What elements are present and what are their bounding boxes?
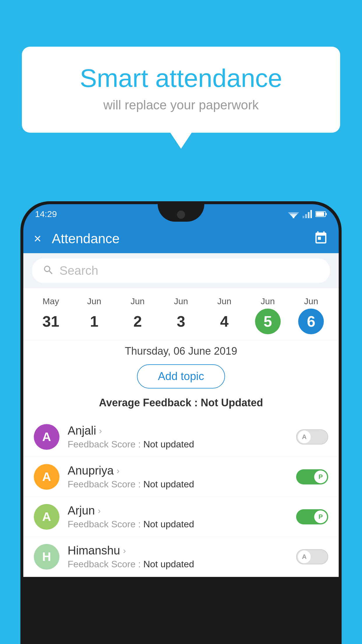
student-info: Anjali ›Feedback Score : Not updated xyxy=(68,424,288,450)
attendance-toggle[interactable]: P xyxy=(296,469,328,484)
status-icons xyxy=(288,210,327,218)
battery-icon xyxy=(315,211,327,217)
student-info: Himanshu ›Feedback Score : Not updated xyxy=(68,544,288,570)
student-list: AAnjali ›Feedback Score : Not updatedAAA… xyxy=(23,417,339,577)
average-feedback: Average Feedback : Not Updated xyxy=(23,397,339,417)
cal-date-number[interactable]: 6 xyxy=(298,309,324,334)
attendance-toggle[interactable]: A xyxy=(296,549,328,564)
cal-date-number[interactable]: 31 xyxy=(38,309,64,334)
cal-month-label: Jun xyxy=(217,296,231,306)
calendar-day[interactable]: Jun3 xyxy=(164,296,198,334)
student-name: Arjun › xyxy=(68,504,288,517)
close-button[interactable]: × xyxy=(34,231,41,246)
cal-date-number[interactable]: 3 xyxy=(168,309,194,334)
chevron-icon: › xyxy=(117,466,120,476)
svg-rect-10 xyxy=(316,212,324,216)
svg-rect-4 xyxy=(303,216,304,218)
student-item[interactable]: AAnupriya ›Feedback Score : Not updatedP xyxy=(23,457,339,497)
student-info: Anupriya ›Feedback Score : Not updated xyxy=(68,464,288,490)
calendar-day[interactable]: Jun4 xyxy=(207,296,242,334)
calendar-day[interactable]: Jun5 xyxy=(250,296,285,334)
cal-month-label: Jun xyxy=(261,296,275,306)
search-container: Search xyxy=(23,253,339,288)
add-topic-button[interactable]: Add topic xyxy=(137,364,225,388)
calendar-day[interactable]: Jun1 xyxy=(77,296,112,334)
student-item[interactable]: AArjun ›Feedback Score : Not updatedP xyxy=(23,497,339,537)
calendar-button[interactable] xyxy=(314,231,328,246)
avatar: A xyxy=(34,504,59,530)
cal-date-number[interactable]: 1 xyxy=(81,309,107,334)
toggle-knob: A xyxy=(298,550,311,563)
student-item[interactable]: AAnjali ›Feedback Score : Not updatedA xyxy=(23,417,339,457)
student-item[interactable]: HHimanshu ›Feedback Score : Not updatedA xyxy=(23,537,339,577)
date-label: Thursday, 06 June 2019 xyxy=(23,340,339,357)
svg-rect-6 xyxy=(308,212,310,218)
add-topic-wrapper: Add topic xyxy=(23,357,339,397)
cal-month-label: Jun xyxy=(304,296,318,306)
feedback-score: Feedback Score : Not updated xyxy=(68,559,288,570)
avatar: A xyxy=(34,424,59,450)
search-bar[interactable]: Search xyxy=(32,258,330,283)
feedback-score: Feedback Score : Not updated xyxy=(68,519,288,530)
cal-month-label: Jun xyxy=(174,296,188,306)
calendar-day[interactable]: Jun2 xyxy=(120,296,155,334)
feedback-value: Not updated xyxy=(141,559,194,569)
feedback-value: Not updated xyxy=(141,479,194,489)
cal-month-label: Jun xyxy=(131,296,145,306)
cal-date-number[interactable]: 2 xyxy=(125,309,150,334)
chevron-icon: › xyxy=(123,546,126,556)
svg-rect-7 xyxy=(310,210,312,218)
speech-bubble: Smart attendance will replace your paper… xyxy=(22,47,340,133)
toggle-knob: P xyxy=(314,510,327,523)
calendar-strip: May31Jun1Jun2Jun3Jun4Jun5Jun6 xyxy=(23,288,339,340)
cal-date-number[interactable]: 4 xyxy=(212,309,237,334)
avg-feedback-label: Average Feedback : xyxy=(99,397,198,409)
toggle-knob: P xyxy=(314,470,327,483)
student-name: Anjali › xyxy=(68,424,288,437)
search-icon xyxy=(43,264,54,277)
cal-date-number[interactable]: 5 xyxy=(255,309,281,334)
attendance-toggle[interactable]: P xyxy=(296,509,328,524)
feedback-value: Not updated xyxy=(141,439,194,449)
avatar: A xyxy=(34,464,59,490)
avg-feedback-value: Not Updated xyxy=(201,397,263,409)
calendar-day[interactable]: May31 xyxy=(33,296,68,334)
front-camera xyxy=(177,211,185,219)
svg-rect-5 xyxy=(305,214,307,218)
app-bar: × Attendance xyxy=(23,224,339,253)
status-time: 14:29 xyxy=(35,209,57,219)
chevron-icon: › xyxy=(98,506,101,516)
student-info: Arjun ›Feedback Score : Not updated xyxy=(68,504,288,530)
search-placeholder: Search xyxy=(59,264,98,278)
calendar-day[interactable]: Jun6 xyxy=(294,296,328,334)
student-name: Anupriya › xyxy=(68,464,288,477)
phone-frame: 14:29 xyxy=(20,201,342,644)
cal-month-label: Jun xyxy=(87,296,101,306)
student-name: Himanshu › xyxy=(68,544,288,557)
cal-month-label: May xyxy=(43,296,59,306)
signal-icon xyxy=(303,210,312,218)
feedback-score: Feedback Score : Not updated xyxy=(68,439,288,450)
bubble-subtitle: will replace your paperwork xyxy=(45,98,317,112)
svg-rect-9 xyxy=(326,213,327,215)
avatar: H xyxy=(34,544,59,570)
phone-inner: 14:29 xyxy=(23,204,339,641)
wifi-icon xyxy=(288,210,299,218)
app-title: Attendance xyxy=(52,231,314,246)
attendance-toggle[interactable]: A xyxy=(296,429,328,444)
chevron-icon: › xyxy=(99,426,102,436)
feedback-value: Not updated xyxy=(141,519,194,529)
feedback-score: Feedback Score : Not updated xyxy=(68,479,288,490)
toggle-knob: A xyxy=(298,430,311,443)
bubble-title: Smart attendance xyxy=(45,64,317,92)
